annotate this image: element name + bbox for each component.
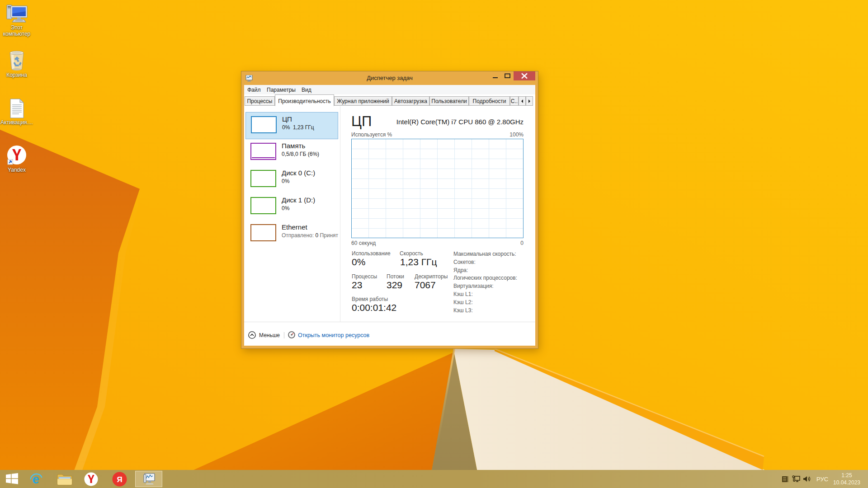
svg-text:Я: Я	[117, 475, 122, 484]
